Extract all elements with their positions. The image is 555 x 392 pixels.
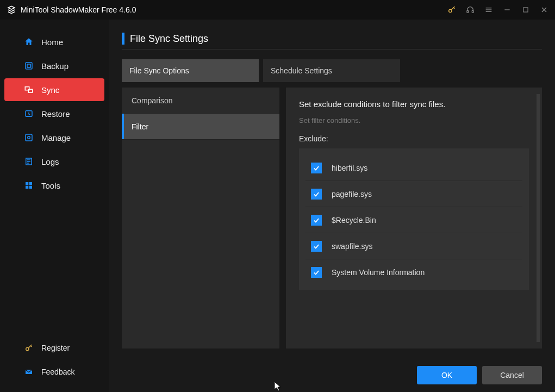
sidebar-item-label: Logs [41,157,59,166]
backup-icon [24,61,34,71]
panel-headline: Set exclude conditions to filter sync fi… [299,99,529,109]
sidebar-item-label: Register [41,344,70,352]
sidebar-item-manage[interactable]: Manage [4,126,104,149]
headphones-icon[interactable] [466,5,475,14]
dialog-footer: OK Cancel [417,366,542,384]
sidebar-item-label: Feedback [41,368,74,376]
page-title: File Sync Settings [130,33,208,45]
checkbox-checked-icon[interactable] [311,215,322,226]
sidebar-item-label: Manage [41,133,71,142]
sidebar-item-feedback[interactable]: Feedback [4,360,104,383]
sidebar-item-label: Backup [41,61,68,71]
tabs: File Sync Options Schedule Settings [122,59,542,82]
checkbox-checked-icon[interactable] [311,241,322,252]
exclude-item-label: hiberfil.sys [332,164,367,172]
svg-rect-15 [26,134,32,141]
tab-label: File Sync Options [129,66,189,75]
app-title: MiniTool ShadowMaker Free 4.6.0 [21,5,447,14]
exclude-row[interactable]: pagefile.sys [305,181,522,207]
sidebar-item-tools[interactable]: Tools [4,174,104,197]
mail-icon [24,367,34,377]
scrollbar[interactable] [537,94,540,342]
heading-accent [122,33,124,45]
titlebar-actions [447,5,548,14]
checkbox-checked-icon[interactable] [311,267,322,278]
exclude-list: hiberfil.sys pagefile.sys $Recycle.Bin s… [299,148,529,290]
subnav-label: Filter [132,122,148,131]
svg-point-0 [449,9,452,12]
subnav-item-comparison[interactable]: Comparison [122,88,279,114]
tab-schedule-settings[interactable]: Schedule Settings [263,59,400,82]
subnav-item-filter[interactable]: Filter [122,114,279,140]
filter-panel: Set exclude conditions to filter sync fi… [286,88,542,349]
exclude-row[interactable]: System Volume Information [305,259,522,285]
cancel-button[interactable]: Cancel [482,366,542,384]
app-logo-icon [7,5,16,15]
subnav-label: Comparison [132,96,172,105]
content: File Sync Settings File Sync Options Sch… [109,20,555,392]
panels: Comparison Filter Set exclude conditions… [122,88,542,349]
checkbox-checked-icon[interactable] [311,163,322,173]
sidebar-item-label: Home [41,38,63,47]
tab-file-sync-options[interactable]: File Sync Options [122,59,259,82]
minimize-icon[interactable] [503,5,512,14]
sidebar-item-label: Sync [41,85,59,95]
exclude-item-label: swapfile.sys [332,242,372,251]
titlebar: MiniTool ShadowMaker Free 4.6.0 [0,0,555,20]
subnav: Comparison Filter [122,88,279,349]
exclude-row[interactable]: hiberfil.sys [305,155,522,181]
sidebar-item-restore[interactable]: Restore [4,102,104,125]
close-icon[interactable] [540,5,548,14]
key-icon [24,343,34,353]
exclude-item-label: pagefile.sys [332,190,372,198]
sidebar-item-home[interactable]: Home [4,30,104,53]
sidebar-item-backup[interactable]: Backup [4,54,104,77]
svg-point-16 [28,136,30,139]
menu-icon[interactable] [484,5,493,14]
exclude-row[interactable]: $Recycle.Bin [305,207,522,233]
button-label: Cancel [500,371,524,379]
tab-label: Schedule Settings [271,66,332,75]
home-icon [24,37,34,47]
svg-rect-22 [29,182,32,185]
exclude-item-label: $Recycle.Bin [332,216,376,225]
key-icon[interactable] [447,5,456,14]
tools-icon [24,181,34,190]
page-heading-row: File Sync Settings [122,33,542,49]
exclude-item-label: System Volume Information [332,268,425,277]
logs-icon [24,157,34,166]
sidebar: Home Backup Sync Restore Manage Logs Too… [0,20,109,392]
svg-rect-2 [472,10,473,13]
sidebar-item-label: Tools [41,181,60,190]
manage-icon [24,133,34,142]
svg-rect-21 [26,182,28,185]
panel-subtext: Set filter conditions. [299,116,529,125]
svg-rect-1 [467,10,469,13]
svg-rect-23 [26,186,28,189]
checkbox-checked-icon[interactable] [311,189,322,200]
maximize-icon[interactable] [521,5,530,14]
sidebar-item-register[interactable]: Register [4,337,104,359]
restore-icon [24,109,34,119]
sidebar-item-label: Restore [41,109,70,119]
exclude-row[interactable]: swapfile.sys [305,233,522,259]
svg-point-25 [26,347,29,350]
sidebar-item-logs[interactable]: Logs [4,150,104,173]
svg-rect-7 [523,8,528,12]
ok-button[interactable]: OK [417,366,477,384]
svg-rect-11 [27,64,30,67]
svg-rect-10 [26,63,32,69]
button-label: OK [441,371,452,379]
sync-icon [24,85,34,95]
exclude-label: Exclude: [299,134,529,143]
svg-rect-24 [29,186,32,189]
sidebar-item-sync[interactable]: Sync [4,78,104,101]
